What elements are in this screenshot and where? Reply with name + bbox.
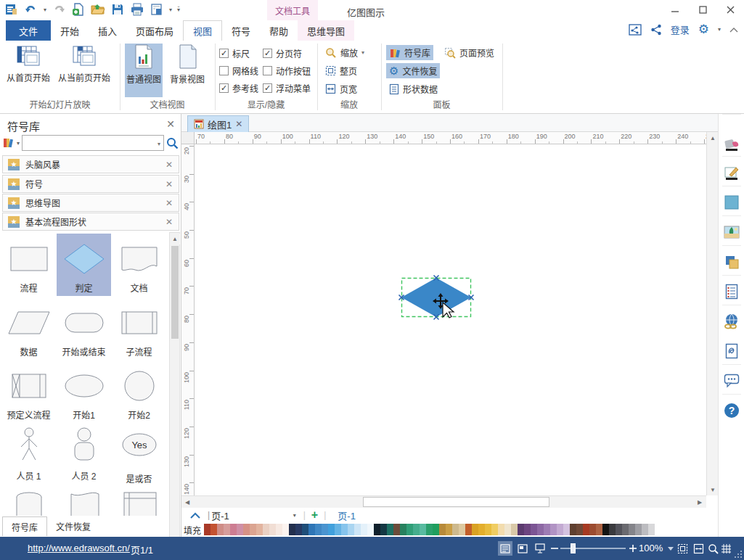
fill-swatch[interactable] bbox=[642, 524, 648, 535]
fill-swatch[interactable] bbox=[308, 524, 315, 535]
fill-swatch[interactable] bbox=[557, 524, 563, 535]
fill-swatch[interactable] bbox=[472, 524, 478, 535]
customize-qat-icon[interactable]: ▾̄ bbox=[177, 7, 179, 13]
print-preview-button[interactable] bbox=[150, 2, 164, 17]
checkbox-icon[interactable] bbox=[263, 66, 272, 75]
shape-item-document[interactable]: 文档 bbox=[112, 234, 166, 296]
fill-swatch[interactable] bbox=[237, 524, 243, 535]
fill-swatch[interactable] bbox=[433, 524, 439, 535]
fill-swatch[interactable] bbox=[210, 524, 217, 535]
library-section-symbols[interactable]: ★ 符号 ✕ bbox=[2, 175, 179, 193]
scroll-up-icon[interactable]: ▲ bbox=[170, 234, 180, 244]
collapse-palette-icon[interactable] bbox=[190, 512, 200, 519]
fill-swatch[interactable] bbox=[426, 524, 433, 535]
checkbox-icon[interactable] bbox=[263, 49, 272, 58]
drawing-canvas[interactable] bbox=[195, 144, 706, 495]
scroll-down-icon[interactable]: ▼ bbox=[707, 484, 719, 495]
current-page-name[interactable]: 页-1 bbox=[211, 508, 229, 522]
fill-swatch[interactable] bbox=[531, 524, 537, 535]
fill-swatch[interactable] bbox=[250, 524, 256, 535]
scrollbar-thumb[interactable] bbox=[363, 497, 549, 507]
app-icon[interactable] bbox=[4, 2, 19, 17]
layers-icon[interactable] bbox=[723, 253, 740, 271]
section-close-icon[interactable]: ✕ bbox=[165, 160, 173, 170]
checkbox-icon[interactable] bbox=[219, 83, 229, 93]
line-style-icon[interactable] bbox=[723, 165, 740, 182]
fill-swatch[interactable] bbox=[583, 524, 589, 535]
insert-image-icon[interactable] bbox=[723, 223, 740, 241]
shape-item-start1[interactable]: 开始1 bbox=[57, 361, 111, 423]
shape-item-data[interactable]: 数据 bbox=[1, 297, 56, 360]
shape-item-person1[interactable]: 人员 1 bbox=[1, 423, 56, 485]
fill-swatch[interactable] bbox=[563, 524, 570, 535]
publish-icon[interactable] bbox=[629, 24, 642, 36]
symbol-library-toggle[interactable]: 符号库 bbox=[386, 45, 433, 60]
page-tab[interactable]: 页-1 bbox=[338, 508, 356, 522]
fill-swatch[interactable] bbox=[537, 524, 544, 535]
fill-swatch[interactable] bbox=[256, 524, 263, 535]
shape-item-person2[interactable]: 人员 2 bbox=[57, 423, 111, 485]
file-recovery-toggle[interactable]: ⚙ 文件恢复 bbox=[386, 63, 440, 78]
fill-swatch[interactable] bbox=[295, 524, 302, 535]
library-scrollbar[interactable]: ▲ ▼ bbox=[169, 232, 180, 560]
library-section-mindmap[interactable]: ★ 思维导图 ✕ bbox=[2, 194, 179, 212]
fill-swatch[interactable] bbox=[302, 524, 308, 535]
shape-item-process[interactable]: 流程 bbox=[1, 234, 56, 296]
collapse-ribbon-icon[interactable] bbox=[729, 27, 738, 33]
panel-tab-library[interactable]: 符号库 bbox=[2, 516, 47, 536]
fill-swatch[interactable] bbox=[491, 524, 498, 535]
fill-swatch[interactable] bbox=[354, 524, 361, 535]
guides-checkbox[interactable]: 参考线 bbox=[219, 81, 258, 94]
zoom-dropdown-icon[interactable]: ▾ bbox=[361, 49, 364, 56]
print-button[interactable] bbox=[130, 2, 144, 17]
tab-file[interactable]: 文件 bbox=[6, 20, 51, 41]
section-close-icon[interactable]: ✕ bbox=[165, 217, 173, 227]
page-width-button[interactable]: 页宽 bbox=[322, 81, 360, 96]
fill-swatch[interactable] bbox=[622, 524, 629, 535]
shape-item-start2[interactable]: 开始2 bbox=[112, 361, 166, 423]
tab-home[interactable]: 开始 bbox=[51, 20, 89, 41]
shape-data-panel-icon[interactable] bbox=[723, 283, 740, 300]
search-icon[interactable] bbox=[166, 137, 179, 149]
resize-grip[interactable] bbox=[734, 550, 743, 559]
fill-swatch[interactable] bbox=[322, 524, 328, 535]
vertical-scrollbar[interactable]: ▲ ▼ bbox=[706, 132, 718, 495]
fill-swatch[interactable] bbox=[504, 524, 511, 535]
fill-swatch[interactable] bbox=[596, 524, 602, 535]
page-dropdown-icon[interactable]: ▾ bbox=[293, 512, 296, 519]
page-sorter-view-icon[interactable] bbox=[515, 541, 530, 556]
action-button-checkbox[interactable]: 动作按钮 bbox=[263, 64, 311, 77]
new-file-button[interactable] bbox=[71, 2, 86, 17]
shape-item-yes-no[interactable]: Yes 是或否 bbox=[112, 423, 166, 485]
print-preview-dropdown-icon[interactable]: ▾ bbox=[169, 7, 172, 13]
fill-swatch[interactable] bbox=[478, 524, 485, 535]
fill-swatch[interactable] bbox=[570, 524, 576, 535]
fill-swatch[interactable] bbox=[439, 524, 446, 535]
checkbox-icon[interactable] bbox=[219, 66, 229, 75]
edrawsoft-link[interactable]: http://www.edrawsoft.cn/ bbox=[28, 543, 130, 553]
fill-swatch[interactable] bbox=[204, 524, 210, 535]
shape-item-decision[interactable]: 判定 bbox=[57, 234, 111, 296]
gridlines-checkbox[interactable]: 网格线 bbox=[219, 64, 258, 77]
whole-page-button[interactable]: 整页 bbox=[322, 63, 360, 78]
section-close-icon[interactable]: ✕ bbox=[165, 198, 173, 208]
redo-button[interactable] bbox=[52, 2, 66, 17]
tab-symbols[interactable]: 符号 bbox=[222, 20, 260, 41]
save-button[interactable] bbox=[110, 2, 125, 17]
library-section-basic-flowchart[interactable]: ★ 基本流程图形状 ✕ bbox=[2, 213, 179, 231]
document-tab-close-icon[interactable]: ✕ bbox=[235, 119, 242, 129]
search-input[interactable]: ▾ bbox=[22, 135, 164, 151]
fill-swatch[interactable] bbox=[550, 524, 557, 535]
minimize-button[interactable] bbox=[661, 0, 689, 19]
fill-swatch[interactable] bbox=[406, 524, 413, 535]
tab-mindmap[interactable]: 思维导图 bbox=[298, 20, 354, 41]
fit-width-icon[interactable] bbox=[691, 541, 706, 556]
fill-swatch[interactable] bbox=[328, 524, 335, 535]
undo-dropdown-icon[interactable]: ▾ bbox=[44, 7, 46, 13]
fit-page-icon[interactable] bbox=[675, 541, 690, 556]
ruler-checkbox[interactable]: 标尺 bbox=[219, 46, 250, 59]
grid-icon[interactable] bbox=[719, 541, 733, 556]
fill-swatch[interactable] bbox=[629, 524, 635, 535]
maximize-button[interactable] bbox=[689, 0, 716, 19]
zoom-in-icon[interactable] bbox=[626, 541, 640, 556]
